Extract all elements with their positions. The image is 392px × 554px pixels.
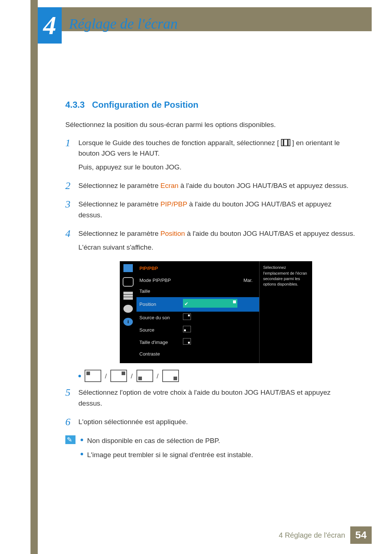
position-top-right-icon bbox=[110, 370, 127, 382]
step-number: 3 bbox=[65, 199, 78, 223]
gear-icon bbox=[123, 305, 133, 313]
osd-row-position-selected: Position ✔ bbox=[136, 297, 259, 312]
monitor-icon bbox=[123, 264, 133, 272]
position-top-left-icon bbox=[85, 370, 101, 382]
step-number: 6 bbox=[65, 416, 78, 430]
step-3: 3 Sélectionnez le paramètre PIP/PBP à l'… bbox=[65, 199, 356, 223]
step-number: 2 bbox=[65, 180, 78, 194]
note-item: Non disponible en cas de sélection de PB… bbox=[81, 435, 356, 446]
osd-label: Position bbox=[139, 301, 183, 308]
chapter-number-badge: 4 bbox=[38, 7, 62, 44]
step-text: Puis, appuyez sur le bouton JOG. bbox=[78, 162, 356, 172]
separator: / bbox=[105, 371, 107, 381]
osd-preview: ✔ bbox=[183, 299, 237, 308]
osd-row-taille: Taille bbox=[136, 286, 259, 297]
osd-value: Mar. bbox=[183, 277, 256, 284]
section-title: Configuration de Position bbox=[92, 100, 198, 110]
footer-chapter: 4 Réglage de l'écran bbox=[279, 531, 345, 539]
osd-screenshot: i PIP/PBP Mode PIP/PBP Mar. Taille Posit… bbox=[120, 261, 312, 363]
position-bottom-right-icon bbox=[162, 370, 179, 382]
osd-preview-small bbox=[183, 313, 191, 320]
step-text: Sélectionnez le paramètre bbox=[78, 200, 160, 208]
step-number: 5 bbox=[65, 387, 78, 411]
page-footer: 4 Réglage de l'écran 54 bbox=[279, 526, 372, 544]
position-bottom-left-icon bbox=[136, 370, 153, 382]
osd-label: Source du son bbox=[139, 314, 183, 321]
info-icon: i bbox=[123, 318, 133, 326]
list-icon bbox=[123, 292, 133, 300]
step-6: 6 L'option sélectionnée est appliquée. bbox=[65, 416, 356, 430]
separator: / bbox=[131, 371, 132, 381]
menu-icon bbox=[281, 139, 290, 146]
step-4: 4 Sélectionnez le paramètre Position à l… bbox=[65, 228, 356, 255]
section-heading: 4.3.3 Configuration de Position bbox=[65, 98, 356, 111]
osd-main: PIP/PBP Mode PIP/PBP Mar. Taille Positio… bbox=[136, 261, 259, 363]
bullet-icon bbox=[78, 375, 81, 377]
footer-page-number: 54 bbox=[350, 526, 372, 544]
highlight: Position bbox=[160, 230, 185, 237]
osd-row-contraste: Contraste bbox=[136, 349, 259, 360]
osd-nav: i bbox=[120, 261, 136, 363]
osd-label: Mode PIP/PBP bbox=[139, 277, 183, 284]
step-text: Lorsque le Guide des touches de fonction… bbox=[78, 139, 279, 147]
osd-title: PIP/PBP bbox=[136, 265, 259, 275]
notes: Non disponible en cas de sélection de PB… bbox=[65, 435, 356, 464]
osd-row-mode: Mode PIP/PBP Mar. bbox=[136, 275, 259, 286]
step-text: Sélectionnez le paramètre bbox=[78, 230, 160, 237]
osd-preview-small bbox=[183, 326, 191, 332]
pip-indicator-icon bbox=[233, 300, 236, 303]
note-item: L'image peut trembler si le signal d'ent… bbox=[81, 450, 356, 460]
position-options: / / / bbox=[78, 370, 356, 382]
osd-row-source-son: Source du son bbox=[136, 312, 259, 324]
osd-label: Source bbox=[139, 327, 183, 334]
step-text: à l'aide du bouton JOG HAUT/BAS et appuy… bbox=[187, 230, 355, 237]
osd-row-taille-image: Taille d'image bbox=[136, 336, 259, 349]
osd-label: Contraste bbox=[139, 350, 183, 358]
osd-label: Taille d'image bbox=[139, 339, 183, 346]
step-text: Sélectionnez l'option de votre choix à l… bbox=[78, 387, 356, 409]
step-text: L'écran suivant s'affiche. bbox=[78, 242, 356, 253]
step-number: 4 bbox=[65, 228, 78, 255]
manual-page: 4 Réglage de l'écran 4.3.3 Configuration… bbox=[0, 0, 392, 554]
step-1: 1 Lorsque le Guide des touches de foncti… bbox=[65, 138, 356, 175]
osd-help: Sélectionnez l'emplacement de l'écran se… bbox=[259, 261, 312, 363]
intro-text: Sélectionnez la position du sous-écran p… bbox=[65, 119, 356, 130]
chapter-title: Réglage de l'écran bbox=[69, 15, 178, 32]
step-text: Sélectionnez le paramètre bbox=[78, 182, 160, 189]
osd-preview-small bbox=[183, 338, 191, 345]
move-icon bbox=[123, 277, 134, 287]
separator: / bbox=[157, 371, 159, 381]
step-text: L'option sélectionnée est appliquée. bbox=[78, 416, 356, 427]
step-text: à l'aide du bouton JOG HAUT/BAS et appuy… bbox=[180, 182, 348, 189]
osd-label: Taille bbox=[139, 288, 183, 295]
note-icon bbox=[65, 435, 75, 444]
step-2: 2 Sélectionnez le paramètre Ecran à l'ai… bbox=[65, 180, 356, 194]
highlight: PIP/PBP bbox=[160, 200, 187, 208]
side-stripe bbox=[30, 0, 38, 554]
step-5: 5 Sélectionnez l'option de votre choix à… bbox=[65, 387, 356, 411]
highlight: Ecran bbox=[160, 182, 179, 189]
step-number: 1 bbox=[65, 138, 78, 175]
osd-row-source: Source bbox=[136, 324, 259, 336]
content-area: 4.3.3 Configuration de Position Sélectio… bbox=[65, 98, 356, 464]
section-number: 4.3.3 bbox=[65, 100, 85, 110]
